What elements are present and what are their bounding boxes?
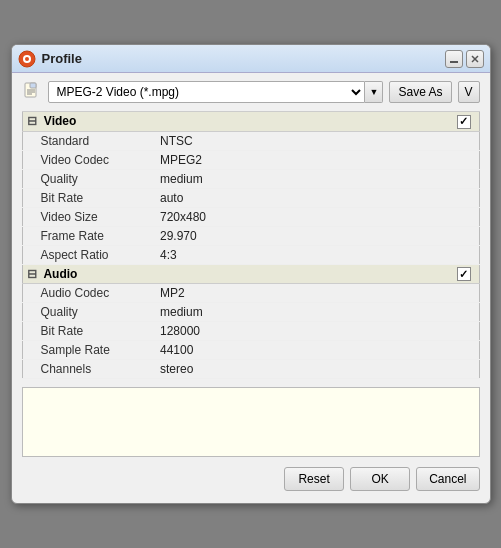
table-row: Quality medium: [22, 303, 479, 322]
window-body: MPEG-2 Video (*.mpg)MPEG-4 Video (*.mp4)…: [12, 73, 490, 503]
video-section-label: Video: [44, 114, 76, 128]
prop-value: MP2: [142, 284, 449, 303]
prop-name: Channels: [22, 360, 142, 379]
profile-dropdown-wrapper: MPEG-2 Video (*.mpg)MPEG-4 Video (*.mp4)…: [48, 81, 384, 103]
svg-rect-3: [450, 61, 458, 63]
profile-file-icon: [22, 82, 42, 102]
audio-section-header: ⊟ Audio ✓: [22, 264, 479, 284]
video-checkbox[interactable]: ✓: [457, 115, 471, 129]
prop-value: NTSC: [142, 131, 449, 150]
table-row: Sample Rate 44100: [22, 341, 479, 360]
svg-rect-7: [30, 83, 36, 88]
prop-value: 128000: [142, 322, 449, 341]
video-section-header: ⊟ Video ✓: [22, 112, 479, 132]
prop-value: 29.970: [142, 226, 449, 245]
profile-dropdown[interactable]: MPEG-2 Video (*.mpg)MPEG-4 Video (*.mp4)…: [48, 81, 366, 103]
window-title: Profile: [42, 51, 445, 66]
prop-name: Quality: [22, 169, 142, 188]
ok-button[interactable]: OK: [350, 467, 410, 491]
prop-name: Video Size: [22, 207, 142, 226]
reset-button[interactable]: Reset: [284, 467, 344, 491]
toolbar-row: MPEG-2 Video (*.mpg)MPEG-4 Video (*.mp4)…: [22, 81, 480, 103]
audio-collapse-toggle[interactable]: ⊟: [27, 267, 37, 281]
prop-value: 44100: [142, 341, 449, 360]
window-controls: [445, 50, 484, 68]
cancel-button[interactable]: Cancel: [416, 467, 479, 491]
prop-name: Bit Rate: [22, 322, 142, 341]
prop-value: medium: [142, 303, 449, 322]
prop-value: 4:3: [142, 245, 449, 264]
svg-point-2: [25, 57, 29, 61]
table-row: Video Size 720x480: [22, 207, 479, 226]
profile-window: Profile: [11, 44, 491, 504]
prop-name: Aspect Ratio: [22, 245, 142, 264]
video-collapse-toggle[interactable]: ⊟: [27, 114, 37, 128]
bottom-buttons: Reset OK Cancel: [22, 467, 480, 495]
audio-section-label: Audio: [43, 267, 77, 281]
table-row: Standard NTSC: [22, 131, 479, 150]
title-bar: Profile: [12, 45, 490, 73]
v-button[interactable]: V: [458, 81, 480, 103]
table-row: Video Codec MPEG2: [22, 150, 479, 169]
prop-name: Standard: [22, 131, 142, 150]
prop-value: MPEG2: [142, 150, 449, 169]
save-as-button[interactable]: Save As: [389, 81, 451, 103]
table-row: Aspect Ratio 4:3: [22, 245, 479, 264]
prop-name: Audio Codec: [22, 284, 142, 303]
prop-name: Frame Rate: [22, 226, 142, 245]
prop-value: stereo: [142, 360, 449, 379]
dropdown-arrow-button[interactable]: ▼: [365, 81, 383, 103]
prop-value: auto: [142, 188, 449, 207]
table-row: Channels stereo: [22, 360, 479, 379]
info-area: [22, 387, 480, 457]
properties-table: ⊟ Video ✓ Standard NTSC Video Codec MPEG…: [22, 111, 480, 379]
prop-name: Quality: [22, 303, 142, 322]
prop-name: Sample Rate: [22, 341, 142, 360]
minimize-button[interactable]: [445, 50, 463, 68]
prop-value: 720x480: [142, 207, 449, 226]
table-row: Quality medium: [22, 169, 479, 188]
audio-checkbox[interactable]: ✓: [457, 267, 471, 281]
prop-name: Video Codec: [22, 150, 142, 169]
table-row: Frame Rate 29.970: [22, 226, 479, 245]
prop-name: Bit Rate: [22, 188, 142, 207]
close-button[interactable]: [466, 50, 484, 68]
window-icon: [18, 50, 36, 68]
table-row: Bit Rate auto: [22, 188, 479, 207]
prop-value: medium: [142, 169, 449, 188]
table-row: Bit Rate 128000: [22, 322, 479, 341]
table-row: Audio Codec MP2: [22, 284, 479, 303]
